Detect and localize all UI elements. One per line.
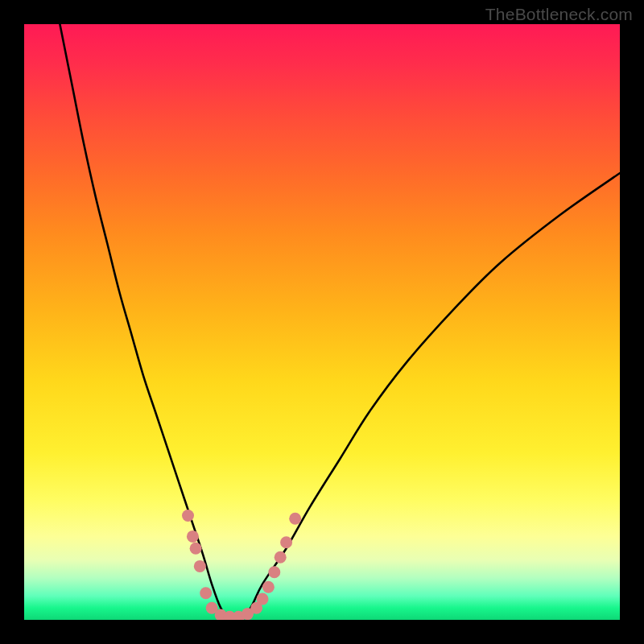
marker-dot [194, 560, 206, 572]
chart-frame: TheBottleneck.com [0, 0, 644, 644]
marker-dot [262, 581, 275, 593]
marker-dot [289, 513, 301, 525]
marker-dot [257, 593, 269, 605]
highlighted-points [182, 510, 301, 620]
plot-area [24, 24, 620, 620]
watermark-text: TheBottleneck.com [485, 5, 633, 24]
marker-dot [280, 536, 292, 548]
bottleneck-curve [60, 24, 620, 620]
marker-dot [182, 510, 194, 522]
plot-svg [24, 24, 620, 620]
marker-dot [275, 551, 287, 564]
marker-dot [187, 530, 199, 543]
marker-dot [190, 543, 202, 555]
marker-dot [200, 587, 212, 599]
marker-dot [268, 566, 280, 578]
